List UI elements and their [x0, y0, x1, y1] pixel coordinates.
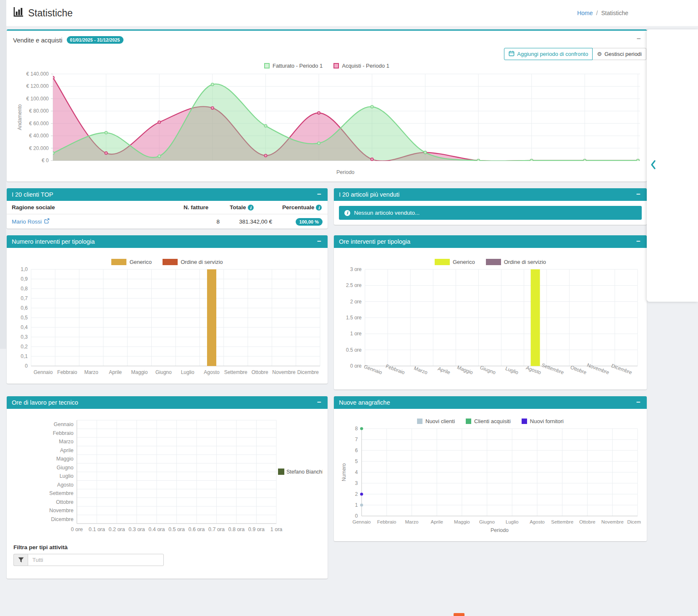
filter-input[interactable]	[28, 554, 164, 566]
svg-text:Luglio: Luglio	[506, 519, 519, 524]
legend-swatch	[522, 419, 527, 424]
svg-text:Aprile: Aprile	[430, 519, 443, 524]
svg-text:0,1: 0,1	[21, 353, 28, 359]
date-range-badge: 01/01/2025 - 31/12/2025	[67, 36, 123, 44]
svg-text:0: 0	[355, 513, 358, 519]
anagrafiche-chart-svg: GennaioFebbraioMarzoAprileMaggioGiugnoLu…	[339, 426, 641, 534]
svg-text:Marzo: Marzo	[405, 519, 418, 524]
collapsed-side-panel	[647, 29, 698, 302]
clienti-panel-header: I 20 clienti TOP −	[7, 188, 328, 201]
svg-text:Maggio: Maggio	[131, 369, 148, 375]
svg-text:0,6: 0,6	[21, 305, 28, 311]
svg-text:Dicembre: Dicembre	[627, 519, 641, 524]
svg-text:€ 100.000: € 100.000	[26, 96, 49, 102]
client-link[interactable]: Mario Rossi	[12, 218, 50, 225]
collapse-minus-icon[interactable]: −	[637, 35, 641, 43]
sales-chart: € 140.000€ 120.000€ 100.000€ 80.000€ 60.…	[7, 71, 647, 178]
svg-text:1.5 ore: 1.5 ore	[346, 315, 362, 321]
content: Vendite e acquisti 01/01/2025 - 31/12/20…	[0, 26, 698, 604]
svg-text:0,2: 0,2	[21, 344, 28, 350]
svg-text:Aprile: Aprile	[437, 366, 451, 376]
svg-text:0,3: 0,3	[21, 334, 28, 340]
chevron-left-icon[interactable]	[650, 160, 656, 171]
legend-swatch	[333, 63, 339, 68]
svg-text:0.4 ora: 0.4 ora	[149, 526, 165, 532]
tecnico-chart-svg: 0 ore0.1 ora0.2 ora0.3 ora0.4 ora0.5 ora…	[12, 415, 323, 536]
legend-swatch	[111, 259, 126, 265]
breadcrumb: Home / Statistiche	[577, 10, 628, 16]
legend-item: Fatturato - Periodo 1	[264, 63, 323, 69]
collapse-minus-icon[interactable]: −	[316, 239, 323, 244]
svg-text:Marzo: Marzo	[413, 366, 428, 376]
svg-text:0.3 ora: 0.3 ora	[129, 526, 145, 532]
breadcrumb-home-link[interactable]: Home	[577, 10, 593, 16]
legend-item: Ordine di servizio	[486, 259, 546, 265]
calendar-icon	[509, 50, 514, 58]
clienti-table: Ragione sociale N. fatture Totale i Perc…	[7, 201, 328, 229]
svg-text:0,7: 0,7	[21, 295, 28, 301]
collapse-minus-icon[interactable]: −	[635, 239, 642, 244]
svg-text:€ 140.000: € 140.000	[26, 71, 49, 77]
svg-text:0,9: 0,9	[21, 276, 28, 282]
filter-funnel-button[interactable]	[13, 554, 28, 566]
svg-text:1 ora: 1 ora	[270, 526, 283, 532]
legend-swatch	[163, 259, 178, 265]
panel-clienti-top: I 20 clienti TOP − Ragione sociale N. fa…	[7, 188, 328, 229]
breadcrumb-separator: /	[596, 10, 598, 16]
legend-label: Clienti acquisiti	[474, 418, 511, 424]
svg-text:0,8: 0,8	[21, 286, 28, 292]
svg-text:Periodo: Periodo	[491, 527, 509, 533]
svg-text:3 ore: 3 ore	[350, 267, 362, 272]
add-compare-period-button[interactable]: Aggiungi periodo di confronto	[504, 48, 593, 60]
articoli-panel-title: I 20 articoli più venduti	[339, 191, 399, 198]
svg-text:0.8 ora: 0.8 ora	[228, 526, 245, 532]
manage-periods-button[interactable]: ⚙ Gestisci periodi	[593, 48, 646, 60]
svg-text:Maggio: Maggio	[56, 456, 73, 462]
col-n-fatture: N. fatture	[178, 201, 225, 214]
svg-text:5: 5	[355, 458, 358, 464]
svg-text:Marzo: Marzo	[84, 369, 99, 375]
collapse-minus-icon[interactable]: −	[635, 400, 642, 405]
gear-icon: ⚙	[597, 51, 602, 57]
collapse-minus-icon[interactable]: −	[635, 192, 642, 197]
svg-text:Giugno: Giugno	[57, 465, 73, 471]
svg-text:Agosto: Agosto	[57, 482, 73, 488]
col-percentuale: Percentuale i	[277, 201, 328, 214]
svg-text:Settembre: Settembre	[224, 369, 248, 375]
svg-text:Febbraio: Febbraio	[377, 519, 396, 524]
svg-text:Numero: Numero	[341, 463, 347, 482]
info-icon[interactable]: i	[248, 205, 254, 211]
page-header: Statistiche Home / Statistiche	[6, 0, 698, 26]
svg-text:Agosto: Agosto	[525, 365, 542, 376]
svg-text:Dicembre: Dicembre	[297, 369, 319, 375]
info-icon: i	[344, 210, 350, 216]
svg-text:€ 0: € 0	[42, 158, 49, 163]
svg-text:€ 40.000: € 40.000	[29, 133, 49, 139]
svg-text:Ottobre: Ottobre	[56, 499, 73, 505]
svg-text:8: 8	[355, 426, 358, 432]
svg-text:Luglio: Luglio	[60, 474, 73, 479]
legend-label: Generico	[453, 259, 475, 265]
percent-badge: 100,00 %	[296, 218, 323, 226]
info-icon[interactable]: i	[316, 205, 322, 211]
svg-text:Febbraio: Febbraio	[53, 430, 73, 436]
legend-item: Nuovi clienti	[417, 418, 455, 424]
svg-text:Dicembre: Dicembre	[611, 363, 633, 376]
legend-swatch	[486, 259, 501, 265]
svg-text:7: 7	[355, 437, 358, 442]
svg-text:Gennaio: Gennaio	[352, 519, 370, 524]
page-title: Statistiche	[13, 6, 73, 20]
panel-vendite-acquisti: Vendite e acquisti 01/01/2025 - 31/12/20…	[7, 29, 647, 182]
svg-text:Aprile: Aprile	[109, 369, 122, 375]
svg-text:Giugno: Giugno	[479, 519, 495, 524]
svg-text:Novembre: Novembre	[601, 519, 624, 524]
svg-text:0,4: 0,4	[21, 324, 28, 330]
svg-text:1: 1	[355, 502, 358, 508]
svg-text:€ 20.000: € 20.000	[29, 145, 49, 151]
sales-panel-header: Vendite e acquisti 01/01/2025 - 31/12/20…	[7, 31, 647, 45]
svg-text:0.7 ora: 0.7 ora	[208, 526, 225, 532]
page-title-text: Statistiche	[28, 8, 73, 19]
collapse-minus-icon[interactable]: −	[316, 192, 323, 197]
svg-text:1 ore: 1 ore	[350, 331, 362, 337]
collapse-minus-icon[interactable]: −	[316, 400, 323, 405]
